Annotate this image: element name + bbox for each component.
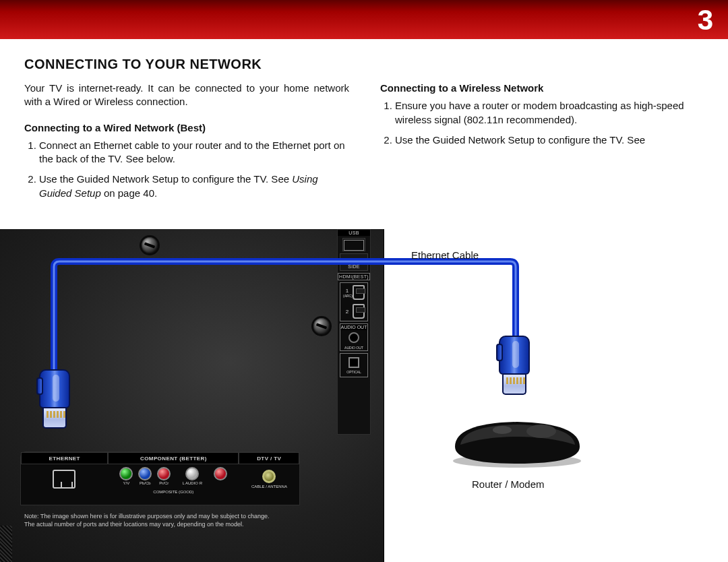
right-column: Connecting to a Wireless Network Ensure … — [380, 82, 705, 207]
screw-icon — [313, 318, 330, 334]
hdmi-1-arc: (ARC) — [343, 294, 351, 298]
rca-pbcb-label: Pb/Cb — [138, 481, 152, 485]
rca-audio-label: L AUDIO R — [175, 481, 209, 485]
dtv-port: CABLE / ANTENNA — [239, 464, 299, 494]
section-heading: CONNECTING TO YOUR NETWORK — [24, 57, 705, 72]
side-port-strip: USB SIDE HDMI(BEST) 1 (ARC) 2 — [337, 229, 371, 435]
rj45-icon — [53, 470, 75, 489]
router-icon — [448, 416, 586, 469]
ethernet-plug-left-icon — [39, 369, 70, 433]
hdmi-best-label: HDMI(BEST) — [338, 273, 370, 280]
hdmi-2-number: 2 — [343, 309, 351, 315]
rca-red2-icon — [214, 467, 227, 480]
optical-label: OPTICAL — [340, 369, 367, 375]
audio-out-small-label: AUDIO OUT — [340, 345, 367, 350]
wired-step-1: Connect an Ethernet cable to your router… — [39, 139, 349, 166]
ethernet-port — [21, 464, 108, 494]
component-header: COMPONENT (BETTER) — [108, 452, 239, 464]
ethernet-plug-right-icon — [499, 336, 530, 400]
dtv-header: DTV / TV — [239, 452, 299, 464]
rca-white-icon — [185, 467, 199, 480]
wired-step-2a: Use the Guided Network Setup to configur… — [39, 173, 292, 185]
wired-step-2: Use the Guided Network Setup to configur… — [39, 173, 349, 200]
wireless-step-1: Ensure you have a router or modem broadc… — [395, 99, 705, 127]
router-modem-label: Router / Modem — [472, 478, 545, 490]
two-column-layout: Your TV is internet-ready. It can be con… — [24, 82, 705, 207]
hdmi-port-icon — [353, 304, 365, 319]
svg-point-2 — [493, 426, 512, 434]
bottom-strip-header: ETHERNET COMPONENT (BETTER) DTV / TV — [21, 452, 299, 464]
component-ports: Y/V Pb/Cb Pr/Cr L AUDIO R COMPOSITE (GOO… — [108, 464, 239, 494]
ethernet-cable-label: Ethernet Cable — [411, 249, 479, 261]
illustration: USB SIDE HDMI(BEST) 1 (ARC) 2 — [0, 229, 728, 562]
wireless-steps: Ensure you have a router or modem broadc… — [380, 99, 705, 147]
wired-steps: Connect an Ethernet cable to your router… — [24, 139, 349, 200]
wireless-subheading: Connecting to a Wireless Network — [380, 82, 705, 95]
screw-icon — [142, 237, 158, 253]
rca-prcr-label: Pr/Cr — [156, 481, 171, 485]
texture-strip — [0, 526, 12, 562]
composite-good-label: COMPOSITE (GOOD) — [108, 490, 239, 494]
rca-red-icon — [157, 467, 171, 480]
bottom-strip-body: Y/V Pb/Cb Pr/Cr L AUDIO R COMPOSITE (GOO… — [21, 464, 299, 494]
header-bar: 3 — [0, 0, 728, 39]
manual-page: 3 CONNECTING TO YOUR NETWORK Your TV is … — [0, 0, 728, 562]
hdmi-1-number: 1 — [343, 288, 351, 294]
note-line-1: Note: The image shown here is for illust… — [24, 512, 368, 520]
wired-subheading: Connecting to a Wired Network (Best) — [24, 121, 349, 135]
bottom-port-strip: ETHERNET COMPONENT (BETTER) DTV / TV Y/V… — [20, 451, 300, 505]
usb-label: USB — [338, 230, 370, 236]
audio-out-label: AUDIO OUT — [340, 324, 367, 330]
rca-green-icon — [119, 467, 133, 480]
illustration-note: Note: The image shown here is for illust… — [24, 512, 368, 528]
note-line-2: The actual number of ports and their loc… — [24, 520, 368, 528]
side-label: SIDE — [340, 263, 367, 270]
wired-step-2b: on page 40. — [101, 187, 157, 199]
left-column: Your TV is internet-ready. It can be con… — [24, 82, 349, 207]
hdmi-group: 1 (ARC) 2 — [340, 282, 368, 321]
hdmi-2-row: 2 — [340, 302, 367, 321]
rca-yv-label: Y/V — [119, 481, 133, 485]
svg-point-1 — [526, 425, 556, 438]
rca-blue-icon — [138, 467, 152, 480]
hdmi-1-row: 1 (ARC) — [340, 283, 367, 302]
chapter-number: 3 — [698, 4, 713, 36]
intro-paragraph: Your TV is internet-ready. It can be con… — [24, 82, 349, 109]
optical-group: OPTICAL — [340, 353, 368, 377]
coax-icon — [262, 470, 276, 483]
content-area: CONNECTING TO YOUR NETWORK Your TV is in… — [24, 57, 705, 207]
audio-out-group: AUDIO OUT AUDIO OUT — [340, 323, 368, 351]
ethernet-header: ETHERNET — [21, 452, 108, 464]
optical-port-icon — [348, 357, 359, 368]
side-plate: SIDE — [340, 253, 368, 271]
cable-antenna-label: CABLE / ANTENNA — [251, 485, 287, 489]
wireless-step-2: Use the Guided Network Setup to configur… — [395, 133, 705, 147]
audio-jack-icon — [348, 332, 359, 343]
usb-port — [342, 238, 365, 251]
hdmi-port-icon — [353, 285, 365, 300]
